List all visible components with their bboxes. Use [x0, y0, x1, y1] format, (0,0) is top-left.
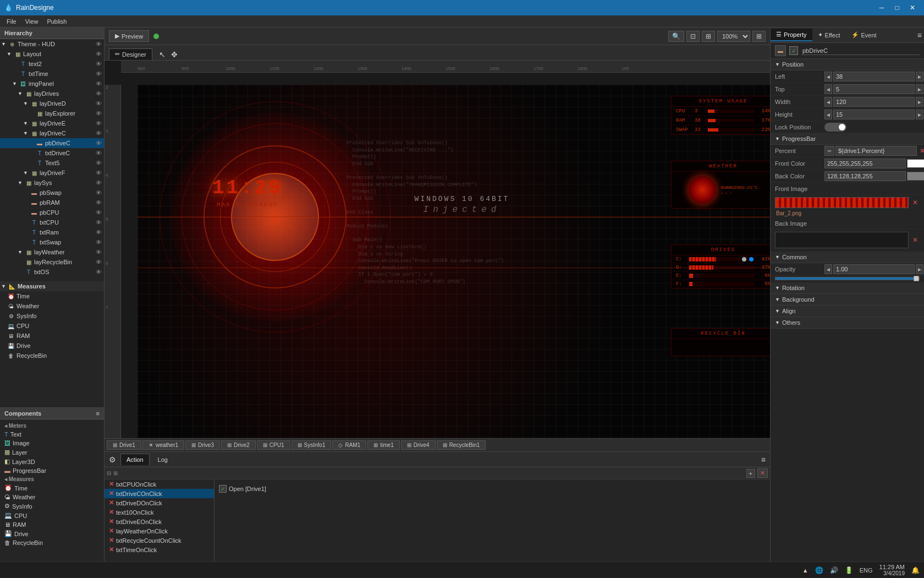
tree-item-laydrivee[interactable]: ▼ ▦ layDriveE 👁 — [0, 118, 104, 128]
select-tool[interactable]: ↖ — [157, 49, 168, 60]
eye-icon-imgpanel[interactable]: 👁 — [96, 80, 104, 87]
tree-item-txtswap[interactable]: T txtSwap 👁 — [0, 237, 104, 247]
front-color-swatch[interactable] — [907, 159, 924, 168]
tree-item-pbcpu[interactable]: ▬ pbCPU 👁 — [0, 208, 104, 217]
eye-icon-txtram[interactable]: 👁 — [96, 229, 104, 236]
back-color-input[interactable] — [824, 171, 906, 181]
opacity-inc[interactable]: ► — [916, 264, 923, 274]
designer-tab[interactable]: ✏ Designer — [109, 48, 152, 60]
left-input[interactable] — [833, 72, 915, 81]
tree-measure-time[interactable]: ⏰ Time — [0, 291, 104, 301]
file-tab-time1[interactable]: ⊞ time1 — [367, 440, 399, 450]
section-progressbar[interactable]: ▼ ProgressBar — [771, 133, 924, 145]
notification-icon[interactable]: 🔔 — [911, 566, 920, 574]
minimize-button[interactable]: ─ — [875, 2, 889, 13]
height-input[interactable] — [833, 110, 915, 119]
comp-measure-time[interactable]: ⏰ Time — [0, 483, 104, 493]
eye-icon-layout[interactable]: 👁 — [96, 51, 104, 57]
menu-file[interactable]: File — [2, 17, 21, 26]
left-inc[interactable]: ► — [916, 72, 923, 81]
prop-panel-menu[interactable]: ≡ — [915, 30, 924, 41]
eye-icon-txtdrivec[interactable]: 👁 — [96, 150, 104, 156]
section-align[interactable]: ▼ Align — [771, 306, 924, 317]
move-tool[interactable]: ✥ — [169, 49, 180, 60]
tree-item-pbswap[interactable]: ▬ pbSwap 👁 — [0, 188, 104, 198]
height-inc[interactable]: ► — [916, 110, 923, 119]
file-tab-drive1[interactable]: ⊞ Drive1 — [107, 440, 141, 450]
eye-icon-layexplorer[interactable]: 👁 — [96, 110, 104, 117]
top-dec[interactable]: ◄ — [824, 84, 832, 94]
tree-item-text2[interactable]: T text2 👁 — [0, 59, 104, 69]
tray-up-icon[interactable]: ▲ — [802, 567, 809, 574]
front-image-clear[interactable]: ✕ — [911, 198, 920, 207]
tree-measure-recyclebin[interactable]: 🗑 RecycleBin — [0, 351, 104, 361]
comp-progressbar[interactable]: ▬ ProgressBar — [0, 466, 104, 475]
component-enabled-checkbox[interactable]: ✓ — [789, 46, 798, 55]
comp-measure-sysinfo[interactable]: ⚙ SysInfo — [0, 501, 104, 511]
eye-icon-layrecyclebin[interactable]: 👁 — [96, 259, 104, 265]
eye-icon-laydrivef[interactable]: 👁 — [96, 170, 104, 176]
tree-item-layrecyclebin[interactable]: ▦ layRecycleBin 👁 — [0, 257, 104, 267]
section-background[interactable]: ▼ Background — [771, 294, 924, 306]
back-image-clear[interactable]: ✕ — [911, 236, 920, 244]
comp-measure-ram[interactable]: 🖥 RAM — [0, 520, 104, 529]
tree-item-layweather[interactable]: ▼ ▦ layWeather 👁 — [0, 247, 104, 257]
eye-icon-layweather[interactable]: 👁 — [96, 249, 104, 255]
file-tab-cpu1[interactable]: ⊞ CPU1 — [257, 440, 290, 450]
left-dec[interactable]: ◄ — [824, 72, 832, 81]
file-tab-sysinfo1[interactable]: ⊞ SysInfo1 — [292, 440, 332, 450]
width-input[interactable] — [833, 97, 915, 107]
zoom-select[interactable]: 100% 75% 50% 150% 200% — [717, 31, 750, 42]
tab-log[interactable]: Log — [152, 454, 174, 466]
tree-item-layout[interactable]: ▼ ▦ Layout 👁 — [0, 49, 104, 59]
tree-item-laydrivec[interactable]: ▼ ▦ layDriveC 👁 — [0, 128, 104, 138]
action-layweatheronclick[interactable]: ✕ layWeatherOnClick — [105, 526, 214, 536]
eye-icon-pbswap[interactable]: 👁 — [96, 189, 104, 196]
eye-icon-pbdrivec[interactable]: 👁 — [96, 140, 104, 146]
section-position[interactable]: ▼ Position — [771, 59, 924, 70]
file-tab-drive2[interactable]: ⊞ Drive2 — [221, 440, 256, 450]
comp-measure-drive[interactable]: 💾 Drive — [0, 529, 104, 538]
section-rotation[interactable]: ▼ Rotation — [771, 282, 924, 294]
file-tab-ram1[interactable]: ◇ RAM1 — [332, 440, 366, 450]
width-dec[interactable]: ◄ — [824, 97, 832, 107]
comp-measure-recyclebin[interactable]: 🗑 RecycleBin — [0, 538, 104, 547]
eye-icon-laysys[interactable]: 👁 — [96, 179, 104, 186]
comp-measure-weather[interactable]: 🌤 Weather — [0, 493, 104, 501]
file-tab-recyclebin1[interactable]: ⊞ RecycleBin1 — [437, 440, 486, 450]
section-common[interactable]: ▼ Common — [771, 252, 924, 263]
tree-measure-drive[interactable]: 💾 Drive — [0, 341, 104, 351]
tree-item-laydried[interactable]: ▼ ▦ layDriveD 👁 — [0, 99, 104, 108]
comp-text[interactable]: T Text — [0, 430, 104, 439]
tree-item-laydrivef[interactable]: ▼ ▦ layDriveF 👁 — [0, 168, 104, 178]
components-menu[interactable]: ≡ — [96, 410, 100, 417]
close-button[interactable]: ✕ — [905, 2, 920, 13]
opacity-input[interactable] — [833, 264, 915, 274]
zoom-fit-button[interactable]: ⊡ — [686, 31, 700, 42]
tab-effect[interactable]: ✦ Effect — [812, 29, 846, 41]
back-color-swatch[interactable] — [907, 172, 924, 181]
tab-property[interactable]: ☰ Property — [771, 29, 812, 41]
section-others[interactable]: ▼ Others — [771, 317, 924, 329]
zoom-out-button[interactable]: 🔍 — [668, 31, 684, 42]
menu-publish[interactable]: Publish — [42, 17, 71, 26]
eye-icon-laydried[interactable]: 👁 — [96, 100, 104, 107]
width-inc[interactable]: ► — [916, 97, 923, 107]
component-name-input[interactable] — [801, 47, 920, 55]
top-input[interactable] — [833, 84, 915, 94]
tree-item-txttime[interactable]: T txtTime 👁 — [0, 69, 104, 79]
tree-item-pbdrivec[interactable]: ▬ pbDriveC 👁 — [0, 138, 104, 148]
bottom-panel-menu[interactable]: ≡ — [761, 455, 766, 464]
tree-measures-header[interactable]: ▼ 📐 Measures — [0, 281, 104, 291]
action-checkbox[interactable]: ✓ — [219, 485, 227, 493]
tree-item-laysys[interactable]: ▼ ▦ laySys 👁 — [0, 178, 104, 188]
percent-input[interactable] — [835, 146, 917, 156]
zoom-actual-button[interactable]: ⊞ — [702, 31, 715, 42]
eye-icon-txtswap[interactable]: 👁 — [96, 239, 104, 246]
tab-event[interactable]: ⚡ Event — [846, 29, 882, 41]
action-txtdriveonclick[interactable]: ✕ txtDriveCOnClick — [105, 489, 214, 498]
tree-item-laydrives[interactable]: ▼ ▦ layDrives 👁 — [0, 89, 104, 99]
menu-view[interactable]: View — [21, 17, 43, 26]
tree-item-txtcpu[interactable]: T txtCPU 👁 — [0, 217, 104, 227]
tree-item-pbram[interactable]: ▬ pbRAM 👁 — [0, 198, 104, 208]
